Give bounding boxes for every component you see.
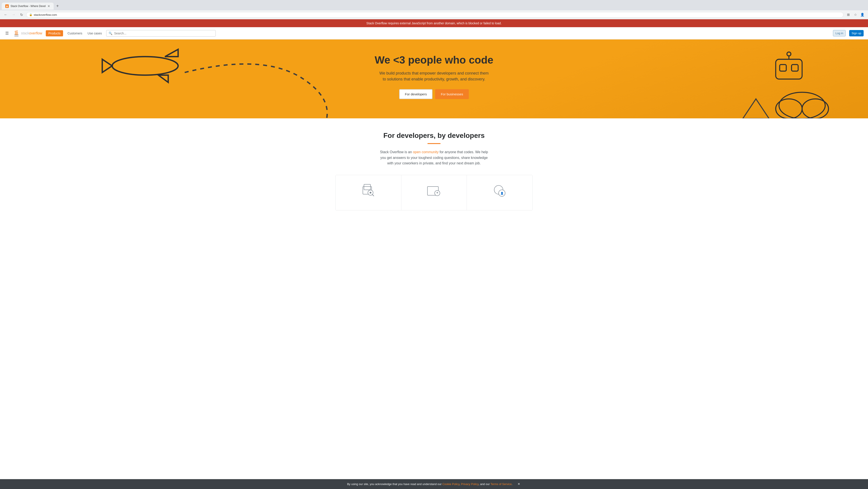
hero-right-illustration <box>538 39 868 118</box>
header-search-bar[interactable]: 🔍 <box>106 30 216 37</box>
card-2 <box>401 175 467 210</box>
products-nav-button[interactable]: Products <box>46 30 63 36</box>
signup-button[interactable]: Sign up <box>849 30 864 36</box>
active-tab: Stack Overflow - Where Devel ✕ <box>2 3 54 10</box>
login-button[interactable]: Log in <box>833 30 845 36</box>
description-text-before: Stack Overflow is an <box>380 150 413 154</box>
use-cases-nav-link[interactable]: Use cases <box>87 30 103 36</box>
svg-rect-71 <box>437 192 437 194</box>
svg-rect-4 <box>14 36 19 37</box>
section-description: Stack Overflow is an open community for … <box>379 149 489 166</box>
section-developers: For developers, by developers Stack Over… <box>0 118 868 219</box>
browser-toolbar: ← → ↻ 🔒 stackoverflow.com ⊞ ☆ 👤 <box>0 10 868 19</box>
svg-rect-2 <box>6 6 8 6</box>
cards-row: 👤 <box>336 175 532 210</box>
site-logo[interactable]: stackoverflow <box>13 29 42 37</box>
logo-text: stackoverflow <box>21 31 42 35</box>
browser-action-buttons: ⊞ ☆ 👤 <box>845 11 865 18</box>
svg-point-35 <box>779 92 825 118</box>
search-input[interactable] <box>114 32 213 35</box>
svg-rect-5 <box>15 32 18 33</box>
tab-title: Stack Overflow - Where Devel <box>10 5 46 8</box>
customers-nav-link[interactable]: Customers <box>67 30 83 36</box>
new-tab-button[interactable]: + <box>54 2 62 10</box>
svg-rect-7 <box>15 30 18 32</box>
forward-button[interactable]: → <box>10 11 17 18</box>
site-header: ☰ stackoverflow Products Customers Use c… <box>0 27 868 39</box>
tab-favicon <box>5 4 9 8</box>
svg-point-67 <box>370 192 371 194</box>
hero-section: </welcome> 🦄 🎮 <box>0 39 868 118</box>
tab-close-button[interactable]: ✕ <box>48 4 50 8</box>
hero-title: We <3 people who code <box>375 54 493 66</box>
for-businesses-button[interactable]: For businesses <box>435 89 469 99</box>
hero-buttons: For developers For businesses <box>375 89 493 99</box>
hamburger-menu-button[interactable]: ☰ <box>4 30 10 37</box>
reload-button[interactable]: ↻ <box>19 11 25 18</box>
bookmark-button[interactable]: ☆ <box>852 11 858 18</box>
search-icon: 🔍 <box>108 32 112 35</box>
svg-rect-8 <box>15 34 18 35</box>
section-title: For developers, by developers <box>4 132 864 140</box>
browser-tabs-bar: Stack Overflow - Where Devel ✕ + <box>0 0 868 10</box>
card-3-icon: 👤 <box>491 182 508 200</box>
svg-rect-6 <box>15 33 18 34</box>
translate-button[interactable]: ⊞ <box>845 11 851 18</box>
svg-marker-10 <box>102 59 112 72</box>
address-url: stackoverflow.com <box>34 13 57 17</box>
stackoverflow-logo-icon <box>13 29 20 37</box>
svg-rect-31 <box>779 64 786 71</box>
svg-marker-11 <box>165 49 178 57</box>
hero-left-illustration: </welcome> 🦄 🎮 <box>0 39 330 118</box>
card-1-icon <box>360 182 377 200</box>
svg-marker-40 <box>743 99 769 118</box>
warning-banner: Stack Overflow requires external JavaScr… <box>0 19 868 27</box>
card-3: 👤 <box>467 175 532 210</box>
card-2-icon <box>425 182 443 200</box>
svg-rect-1 <box>6 7 8 7</box>
browser-chrome: Stack Overflow - Where Devel ✕ + ← → ↻ 🔒… <box>0 0 868 19</box>
address-bar[interactable]: 🔒 stackoverflow.com <box>26 12 843 18</box>
svg-rect-64 <box>364 184 371 190</box>
for-developers-button[interactable]: For developers <box>399 89 432 99</box>
svg-marker-12 <box>158 75 168 82</box>
section-divider <box>428 143 440 144</box>
warning-text: Stack Overflow requires external JavaScr… <box>366 22 502 25</box>
card-1 <box>336 175 401 210</box>
svg-point-9 <box>112 57 178 75</box>
svg-rect-32 <box>792 64 798 71</box>
back-button[interactable]: ← <box>3 11 9 18</box>
svg-rect-3 <box>6 6 8 6</box>
svg-line-66 <box>372 194 374 196</box>
hero-subtitle: We build products that empower developer… <box>379 70 489 82</box>
svg-text:👤: 👤 <box>500 192 503 195</box>
profile-button[interactable]: 👤 <box>859 11 865 18</box>
hero-content: We <3 people who code We build products … <box>370 41 498 117</box>
open-community-link[interactable]: open community <box>413 150 439 154</box>
lock-icon: 🔒 <box>29 13 32 16</box>
